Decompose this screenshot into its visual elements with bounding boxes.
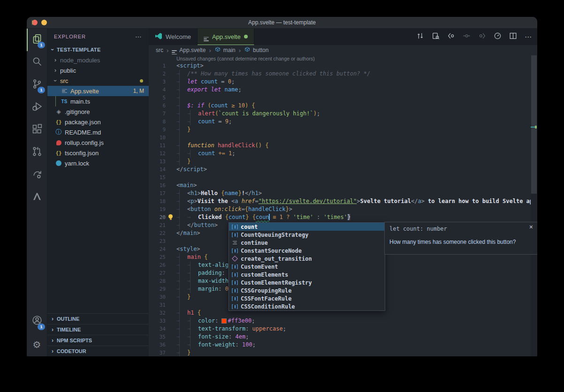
code-area[interactable]: Unsaved changes (cannot determine recent… [149, 55, 531, 356]
current-position-button [460, 31, 473, 43]
code-line-36[interactable]: 36→→font-weight: 100; [149, 341, 531, 349]
split-editor-button[interactable] [507, 31, 519, 43]
breadcrumb-item-app-svelte[interactable]: App.svelte [172, 46, 206, 54]
breadcrumb-label: App.svelte [179, 47, 206, 53]
tree-item--gitignore[interactable]: ◈.gitignore [47, 106, 149, 117]
code-line-6[interactable]: 6→$: if (count ≥ 10) { [149, 102, 531, 110]
section-outline[interactable]: ›OUTLINE [47, 313, 149, 324]
code-line-18[interactable]: 18→<p>Visit the <a href="https://svelte.… [149, 197, 531, 205]
navigate-back-button[interactable] [445, 31, 457, 43]
tree-item-node-modules[interactable]: ›node_modules [47, 55, 149, 65]
code-line-37[interactable]: 37→} [149, 349, 531, 356]
tree-item-package-json[interactable]: {}package.json [47, 117, 149, 127]
code-line-8[interactable]: 8→→count = 9; [149, 118, 531, 126]
git-file-icon: ◈ [55, 108, 62, 115]
activity-live-share[interactable] [27, 164, 47, 186]
code-line-13[interactable]: 13→} [149, 158, 531, 166]
code-line-11[interactable]: 11→function handleClick() { [149, 142, 531, 150]
breadcrumb-item-button[interactable]: button [244, 46, 268, 54]
tree-item-app-svelte[interactable]: App.svelte1, M [47, 86, 149, 96]
explorer-title: EXPLORER [54, 34, 86, 39]
lightbulb-icon[interactable] [168, 214, 173, 220]
line-number: 19 [149, 205, 166, 213]
code-line-14[interactable]: 14</script> [149, 166, 531, 173]
code-line-4[interactable]: 4→export let name; [149, 86, 531, 94]
code-line-7[interactable]: 7→→alert(`count is dangerously high!`); [149, 110, 531, 118]
suggest-item-countqueuingstrategy[interactable]: []CountQueuingStrategy [229, 231, 385, 239]
code-line-20[interactable]: 20→→Clicked {count} {coun ≡ 1 ? 'time' :… [149, 213, 531, 221]
code-line-17[interactable]: 17→<h1>Hello {name}!</h1> [149, 189, 531, 197]
code-line-12[interactable]: 12→→count += 1; [149, 150, 531, 158]
activity-extensions[interactable] [27, 119, 47, 141]
open-changes-button[interactable] [414, 31, 426, 43]
tree-item-public[interactable]: ›public [47, 65, 149, 75]
compare-changes-icon [416, 32, 424, 42]
code-line-16[interactable]: 16<main> [149, 181, 531, 189]
line-number: 13 [149, 158, 166, 166]
code-line-3[interactable]: 3→let count = 0; [149, 78, 531, 86]
breadcrumb-label: main [223, 47, 236, 53]
code-line-9[interactable]: 9→} [149, 126, 531, 134]
breadcrumb-item-src[interactable]: src [156, 47, 163, 53]
views-more-actions-icon[interactable]: ⋯ [135, 33, 142, 40]
close-icon[interactable]: × [529, 224, 533, 230]
tree-item-rollup-config-js[interactable]: rollup.config.js [47, 137, 149, 148]
tab-welcome[interactable]: Welcome [149, 29, 198, 45]
open-preview-button[interactable] [429, 31, 442, 43]
activity-explorer[interactable]: 1 [27, 29, 47, 51]
suggestion-label: CSSConditionRule [241, 303, 295, 310]
code-line-19[interactable]: 19→<button on:click={handleClick}> [149, 205, 531, 213]
tree-item-tsconfig-json[interactable]: {}tsconfig.json [47, 148, 149, 158]
indent-guide [190, 110, 191, 126]
code-line-10[interactable]: 10 [149, 134, 531, 142]
suggest-item-create_out_transition[interactable]: create_out_transition [229, 255, 385, 263]
tree-item-readme-md[interactable]: ⓘREADME.md [47, 127, 149, 137]
code-line-1[interactable]: 1<script> [149, 62, 531, 70]
suggest-item-count[interactable]: []count [229, 223, 385, 231]
suggest-item-customelements[interactable]: []customElements [229, 271, 385, 279]
code-line-33[interactable]: 33→→color: #ff3e00; [149, 317, 531, 325]
file-label: rollup.config.js [65, 139, 104, 146]
tab-app-svelte[interactable]: App.svelte [198, 29, 254, 45]
activity-accounts[interactable]: 1 [27, 309, 47, 333]
suggest-item-cssgroupingrule[interactable]: []CSSGroupingRule [229, 286, 385, 294]
line-number: 36 [149, 341, 166, 349]
title-bar[interactable]: App.svelte — test-template [27, 17, 537, 29]
activity-run-debug[interactable] [27, 96, 47, 119]
line-number: 31 [149, 301, 166, 309]
suggest-item-customevent[interactable]: []CustomEvent [229, 263, 385, 271]
more-actions-button[interactable]: ⋯ [522, 31, 534, 43]
tree-item-main-ts[interactable]: TSmain.ts [47, 96, 149, 106]
breadcrumb-item-main[interactable]: main [214, 46, 236, 54]
activity-source-control[interactable]: 1 [27, 74, 47, 96]
activity-settings[interactable]: ⚙ [27, 333, 47, 356]
section-npm-scripts[interactable]: ›NPM SCRIPTS [47, 335, 149, 346]
code-line-34[interactable]: 34→→text-transform: uppercase; [149, 325, 531, 333]
code-line-35[interactable]: 35→→font-size: 4em; [149, 333, 531, 341]
tree-item-yarn-lock[interactable]: yarn.lock [47, 158, 149, 168]
suggest-item-cssconditionrule[interactable]: []CSSConditionRule [229, 302, 385, 310]
suggest-item-constantsourcenode[interactable]: []ConstantSourceNode [229, 247, 385, 255]
activity-search[interactable] [27, 51, 47, 74]
code-line-15[interactable]: 15 [149, 173, 531, 181]
file-label: .gitignore [65, 108, 90, 115]
unsaved-dot-icon[interactable] [244, 35, 248, 38]
suggest-item-customelementregistry[interactable]: []CustomElementRegistry [229, 279, 385, 286]
activity-github-pull-requests[interactable] [27, 141, 47, 164]
line-number: 4 [149, 86, 166, 94]
line-number: 10 [149, 134, 166, 142]
navigate-forward-button [476, 31, 488, 43]
workspace-section-header[interactable]: › TEST-TEMPLATE [47, 45, 149, 55]
code-line-5[interactable]: 5→ [149, 94, 531, 102]
editor-scrollbar[interactable] [531, 55, 537, 356]
scrollbar-thumb[interactable] [531, 55, 537, 194]
suggest-item-continue[interactable]: continue [229, 239, 385, 247]
section-codetour[interactable]: ›CODETOUR [47, 346, 149, 356]
run-status-button[interactable] [491, 31, 503, 43]
codelens-annotation[interactable]: Unsaved changes (cannot determine recent… [149, 55, 531, 62]
section-timeline[interactable]: ›TIMELINE [47, 324, 149, 335]
code-line-2[interactable]: 2→/** How many times has someone clicked… [149, 70, 531, 78]
activity-azure[interactable] [27, 186, 47, 209]
suggest-item-cssfontfacerule[interactable]: []CSSFontFaceRule [229, 294, 385, 302]
tree-item-src[interactable]: ›src [47, 75, 149, 86]
